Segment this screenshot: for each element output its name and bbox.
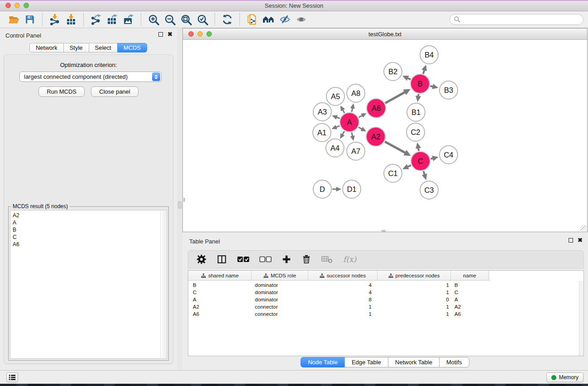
tab-edge-table[interactable]: Edge Table xyxy=(344,357,388,367)
table-cell: A2 xyxy=(451,303,489,310)
zoom-selected-button[interactable] xyxy=(194,12,210,27)
criterion-select[interactable]: largest connected component (directed) xyxy=(19,71,162,82)
graph-node-C4[interactable]: C4 xyxy=(440,146,458,164)
function-builder-button[interactable]: f(x) xyxy=(343,255,356,264)
window-resize-grip[interactable] xyxy=(581,225,587,231)
mcds-result-item: A xyxy=(10,219,167,226)
graph-node-A8[interactable]: A8 xyxy=(347,84,365,102)
table-scrollbar[interactable] xyxy=(579,281,583,356)
zoom-selected-icon xyxy=(196,14,209,26)
column-header-shared-name[interactable]: shared name xyxy=(188,271,252,281)
graph-node-A[interactable]: A xyxy=(340,113,359,132)
svg-text:C4: C4 xyxy=(444,151,453,159)
tab-mcds[interactable]: MCDS xyxy=(117,43,147,52)
table-row[interactable]: Bdominator41B xyxy=(188,281,583,289)
network-window-titlebar[interactable]: testGlobe.txt xyxy=(183,29,587,40)
graph-node-C2[interactable]: C2 xyxy=(406,123,425,141)
show-column-button[interactable] xyxy=(216,254,227,264)
float-table-panel-icon[interactable] xyxy=(569,238,573,243)
apply-layout-button[interactable] xyxy=(219,12,235,27)
panel-splitter[interactable] xyxy=(177,28,182,370)
close-panel-icon[interactable]: ✖ xyxy=(167,32,172,37)
task-history-button[interactable] xyxy=(6,372,18,382)
graph-node-B4[interactable]: B4 xyxy=(420,46,438,64)
table-row[interactable]: Adominator80A xyxy=(188,296,583,303)
table-row[interactable]: Cdominator41C xyxy=(188,289,583,296)
tab-network[interactable]: Network xyxy=(29,43,64,52)
export-table-button[interactable] xyxy=(104,12,120,27)
network-graph[interactable]: AA1A3A4A5A7A8A6A2BB1B2B3B4CC1C2C3C4DD1 xyxy=(183,40,587,232)
graph-node-B[interactable]: B xyxy=(411,74,430,93)
import-network-button[interactable] xyxy=(47,12,63,27)
graph-node-C3[interactable]: C3 xyxy=(420,181,438,199)
graph-edge-arrowhead xyxy=(332,125,338,129)
mcds-result-list[interactable]: A2ABCA6 xyxy=(10,210,167,359)
show-graphics-details-button[interactable] xyxy=(293,12,309,27)
select-stepper-icon xyxy=(152,72,160,81)
table-row[interactable]: A2connector11A2 xyxy=(188,303,583,310)
run-mcds-button[interactable]: Run MCDS xyxy=(38,86,85,97)
table-tabs: Node Table Edge Table Network Table Moti… xyxy=(182,357,588,367)
graph-node-A3[interactable]: A3 xyxy=(313,103,331,121)
first-neighbors-button[interactable] xyxy=(260,12,277,27)
network-canvas[interactable]: AA1A3A4A5A7A8A6A2BB1B2B3B4CC1C2C3C4DD1 xyxy=(183,40,587,232)
unselect-all-columns-button[interactable] xyxy=(259,256,272,262)
table-row[interactable]: A6connector11A6 xyxy=(188,310,583,318)
memory-label: Memory xyxy=(559,374,578,381)
splitter-grip[interactable] xyxy=(178,201,182,209)
search-field[interactable] xyxy=(449,14,583,25)
graph-node-B1[interactable]: B1 xyxy=(407,103,425,121)
export-network-button[interactable] xyxy=(88,12,104,27)
graph-node-A7[interactable]: A7 xyxy=(347,142,365,160)
tab-node-table[interactable]: Node Table xyxy=(301,357,345,367)
eye-slash-icon xyxy=(279,14,291,25)
delete-table-button[interactable] xyxy=(321,255,333,264)
graph-edge-A6-B[interactable] xyxy=(385,92,405,103)
delete-columns-button[interactable] xyxy=(301,254,311,264)
graph-node-B3[interactable]: B3 xyxy=(440,81,458,99)
graph-node-B2[interactable]: B2 xyxy=(384,62,402,81)
tab-motifs[interactable]: Motifs xyxy=(439,357,469,367)
memory-button[interactable]: Memory xyxy=(546,372,583,382)
search-input[interactable] xyxy=(461,15,583,24)
save-session-button[interactable] xyxy=(22,12,38,27)
column-header-successor-nodes[interactable]: successor nodes xyxy=(308,271,378,281)
graph-node-D[interactable]: D xyxy=(313,180,331,198)
graph-node-C[interactable]: C xyxy=(411,152,430,171)
graph-node-A1[interactable]: A1 xyxy=(313,124,331,142)
graph-node-C1[interactable]: C1 xyxy=(384,164,402,182)
tab-select[interactable]: Select xyxy=(89,43,118,52)
window-titlebar: Session: New Session xyxy=(0,0,588,11)
export-image-button[interactable] xyxy=(120,12,137,27)
column-header-MCDS-role[interactable]: MCDS role xyxy=(252,271,308,281)
svg-text:A6: A6 xyxy=(372,104,381,112)
zoom-out-button[interactable] xyxy=(162,12,178,27)
create-column-button[interactable] xyxy=(282,254,292,264)
zoom-fit-button[interactable] xyxy=(178,12,194,27)
close-table-panel-icon[interactable]: ✖ xyxy=(578,238,583,243)
graph-node-A4[interactable]: A4 xyxy=(326,139,344,157)
zoom-in-button[interactable] xyxy=(145,12,162,27)
tab-style[interactable]: Style xyxy=(63,43,89,52)
graph-node-A5[interactable]: A5 xyxy=(326,87,344,105)
table-settings-button[interactable] xyxy=(196,254,206,264)
close-panel-button[interactable]: Close panel xyxy=(91,86,139,97)
graph-node-D1[interactable]: D1 xyxy=(343,180,361,198)
tab-network-table[interactable]: Network Table xyxy=(388,357,440,367)
graph-node-A6[interactable]: A6 xyxy=(367,99,386,118)
float-panel-icon[interactable] xyxy=(158,32,163,37)
column-header-predecessor-nodes[interactable]: predecessor nodes xyxy=(378,271,451,281)
result-list-scrollbar[interactable] xyxy=(160,211,166,358)
open-session-button[interactable] xyxy=(5,12,22,27)
svg-text:A7: A7 xyxy=(351,147,360,155)
hide-graphics-details-button[interactable] xyxy=(277,12,293,27)
graph-node-A2[interactable]: A2 xyxy=(366,127,385,146)
import-network-icon xyxy=(49,14,61,25)
graph-edge-A2-C[interactable] xyxy=(385,142,406,153)
svg-text:B1: B1 xyxy=(411,108,421,116)
table-cell: 1 xyxy=(378,281,451,289)
column-header-name[interactable]: name xyxy=(451,271,489,281)
select-all-columns-button[interactable] xyxy=(237,256,249,262)
new-network-from-selection-button[interactable] xyxy=(244,12,260,27)
import-table-button[interactable] xyxy=(63,12,79,27)
